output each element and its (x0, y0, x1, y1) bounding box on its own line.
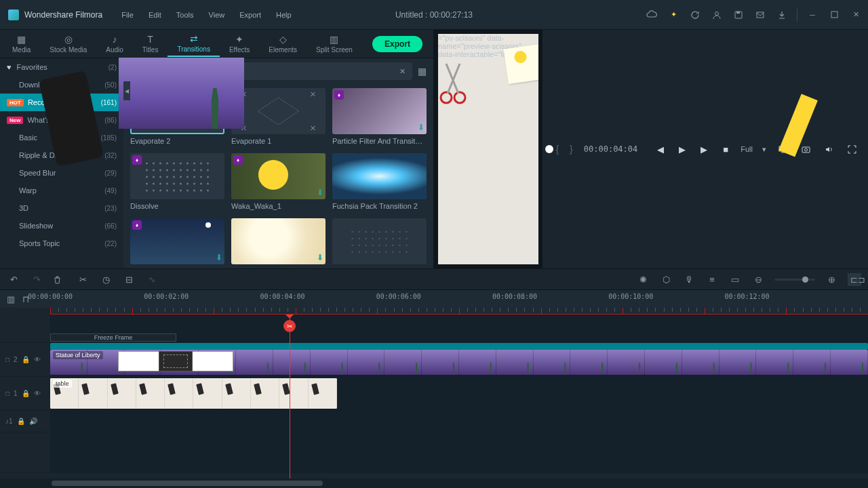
crop-button[interactable]: ⊟ (122, 274, 136, 285)
download-icon[interactable] (772, 5, 791, 24)
menu-export[interactable]: Export (233, 8, 268, 22)
thumb-waka[interactable]: ♦⬇Waka_Waka_1 (231, 153, 326, 210)
sidebar-collapse-button[interactable]: ◀ (123, 81, 130, 100)
render-button[interactable]: ✺ (636, 274, 650, 285)
zoom-slider[interactable] (774, 279, 815, 281)
redo-button[interactable]: ↷ (30, 274, 43, 285)
tab-elements[interactable]: ◇Elements (259, 31, 307, 56)
mail-icon[interactable] (751, 5, 770, 24)
scrubber-handle[interactable] (545, 145, 553, 153)
save-icon[interactable] (729, 5, 748, 24)
speed-button[interactable]: ◷ (99, 274, 113, 285)
playhead[interactable]: ✂ (290, 314, 290, 479)
lock-icon[interactable]: 🔒 (17, 418, 25, 425)
clip-table[interactable]: table (50, 378, 337, 409)
svg-point-16 (193, 163, 195, 165)
scrollbar-thumb[interactable] (52, 481, 323, 486)
delete-button[interactable] (53, 275, 66, 284)
menu-view[interactable]: View (202, 8, 232, 22)
track-body-v2[interactable]: Freeze Frame Statue of Liberty (50, 343, 868, 376)
sparkle-icon[interactable]: ✦ (664, 5, 683, 24)
visibility-icon[interactable]: 👁 (34, 390, 41, 397)
record-button[interactable]: 🎙 (682, 274, 696, 285)
minimize-icon[interactable]: ─ (803, 5, 822, 24)
play-pause-button[interactable]: |▶ (673, 140, 692, 159)
tab-audio[interactable]: ♪Audio (96, 31, 133, 56)
menu-edit[interactable]: Edit (142, 8, 168, 22)
svg-point-10 (153, 163, 155, 165)
refresh-icon[interactable] (686, 5, 705, 24)
split-button[interactable]: ✂ (76, 274, 90, 285)
thumb-evaporate-1[interactable]: Evaporate 1 (231, 88, 326, 145)
visibility-icon[interactable]: 👁 (34, 356, 41, 363)
track-toggle-icon[interactable]: □ (5, 356, 9, 363)
titles-icon: T (147, 34, 153, 45)
track-toggle-icon[interactable]: □ (5, 390, 9, 397)
sidebar-item-warp[interactable]: Warp(49) (0, 182, 123, 199)
clear-search-icon[interactable]: ✕ (399, 67, 406, 76)
svg-point-20 (153, 169, 155, 171)
sidebar-item-slideshow[interactable]: Slideshow(66) (0, 217, 123, 235)
tab-stock-media[interactable]: ◎Stock Media (40, 31, 96, 56)
menu-help[interactable]: Help (269, 8, 298, 22)
timeline-ruler-labels[interactable]: ▥ ⊓ 00:00:00:00 00:00:02:00 00:00:04:00 … (0, 290, 868, 308)
marker-button[interactable]: ⬡ (659, 274, 673, 285)
svg-point-85 (406, 245, 408, 246)
transition-preview[interactable] (159, 351, 193, 371)
track-body-a1[interactable] (50, 411, 868, 432)
freeze-frame-label[interactable]: Freeze Frame (50, 333, 176, 342)
prev-frame-button[interactable]: ◀| (651, 140, 670, 159)
maximize-icon[interactable] (825, 5, 844, 24)
export-button[interactable]: Export (372, 36, 422, 52)
track-options-icon[interactable]: ▥ (4, 294, 18, 304)
mute-icon[interactable]: 🔊 (29, 418, 37, 425)
thumb-particle-filter[interactable]: ♦⬇Particle Filter And Transit… (332, 88, 427, 145)
thumb-fuchsia[interactable]: Fuchsia Pack Transition 2 (332, 153, 427, 210)
menu-file[interactable]: File (115, 8, 140, 22)
thumb-item-7[interactable]: ♦⬇ (130, 218, 224, 267)
tab-media[interactable]: ▦Media (3, 31, 40, 56)
stop-button[interactable]: ■ (716, 140, 735, 159)
thumb-item-8[interactable]: ⬇ (231, 218, 326, 267)
adjust-button[interactable]: ▭ (728, 274, 742, 285)
tab-titles[interactable]: TTitles (133, 31, 168, 56)
cloud-icon[interactable] (642, 5, 661, 24)
sidebar-item-3d[interactable]: 3D(23) (0, 199, 123, 217)
zoom-fit-button[interactable]: ⊏⊐ (848, 273, 861, 286)
mark-in-out[interactable]: { } (556, 144, 577, 155)
svg-point-33 (173, 176, 175, 178)
zoom-out-button[interactable]: ⊖ (751, 274, 765, 285)
svg-point-32 (166, 176, 168, 178)
zoom-handle[interactable] (802, 277, 808, 283)
sidebar-item-favorites[interactable]: ♥Favorites(2) (0, 58, 123, 76)
menu-tools[interactable]: Tools (170, 8, 201, 22)
undo-button[interactable]: ↶ (7, 274, 20, 285)
mixer-button[interactable]: ≡ (705, 274, 719, 285)
clip-effect[interactable] (50, 343, 868, 350)
volume-icon[interactable] (819, 140, 838, 159)
account-icon[interactable] (707, 5, 726, 24)
sidebar-item-speed-blur[interactable]: Speed Blur(29) (0, 164, 123, 182)
tab-effects[interactable]: ✦Effects (220, 31, 259, 56)
thumb-item-9[interactable] (332, 218, 427, 267)
fullscreen-icon[interactable] (842, 140, 861, 159)
tab-transitions[interactable]: ⇄Transitions (167, 30, 220, 57)
svg-point-55 (186, 190, 189, 192)
svg-point-78 (359, 245, 360, 246)
playhead-scissors-icon[interactable]: ✂ (283, 320, 296, 332)
thumb-dissolve[interactable]: ♦Dissolve (130, 153, 224, 210)
lock-icon[interactable]: 🔒 (22, 356, 30, 363)
tab-split-screen[interactable]: ▥Split Screen (307, 31, 362, 56)
audio-button[interactable]: ∿ (145, 274, 159, 285)
track-body-v1[interactable]: table (50, 377, 868, 410)
zoom-in-button[interactable]: ⊕ (825, 274, 838, 285)
quality-select[interactable]: Full▾ (738, 144, 769, 155)
timeline-scrollbar[interactable] (0, 479, 868, 488)
play-button[interactable]: ▶ (694, 140, 713, 159)
close-icon[interactable]: ✕ (846, 5, 865, 24)
timeline-ruler[interactable] (50, 308, 868, 314)
preview-viewport[interactable]: ="pv-scissors" data-name="preview-scisso… (438, 34, 538, 264)
grid-view-icon[interactable]: ▦ (418, 66, 427, 77)
lock-icon[interactable]: 🔒 (22, 390, 30, 397)
sidebar-item-sports[interactable]: Sports Topic(22) (0, 235, 123, 252)
